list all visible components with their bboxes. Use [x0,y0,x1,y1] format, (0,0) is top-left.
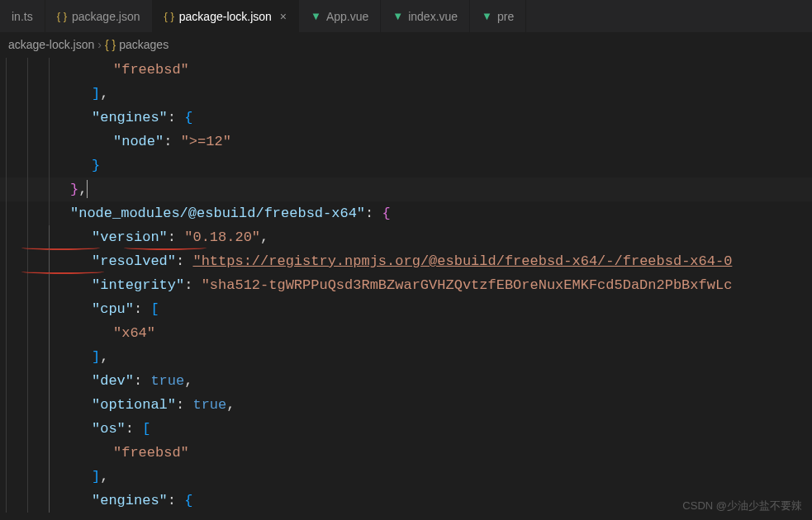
code-token: ] [92,86,100,102]
tab-pre[interactable]: ▼ pre [470,0,526,32]
close-icon[interactable]: × [280,10,287,23]
code-token: : [176,397,184,413]
tab-label: pre [497,10,514,23]
code-token: true [150,373,184,389]
tab-app-vue[interactable]: ▼ App.vue [299,0,381,32]
code-token: "optional" [92,397,176,413]
code-token: "freebsd" [113,62,189,78]
code-token: { [184,110,192,125]
code-token: , [78,182,87,197]
code-token: : [168,110,176,125]
json-icon: { } [164,10,174,22]
code-token: [ [142,421,150,437]
tab-label: App.vue [326,10,368,23]
code-token: : [164,134,172,149]
text-cursor [87,180,88,198]
code-token: true [192,397,226,413]
code-token: : [126,421,134,437]
vue-icon: ▼ [311,10,321,22]
code-token: "sha512-tgWRPPuQsd3RmBZwarGVHZQvtzfEBOre… [202,277,733,293]
vue-icon: ▼ [482,10,492,22]
tab-bar: in.ts { } package.json { } package-lock.… [0,0,812,33]
chevron-right-icon: › [97,38,102,51]
code-token: "os" [92,421,126,437]
code-token: { [184,493,192,508]
vue-icon: ▼ [392,10,403,22]
code-token: : [168,229,176,245]
code-token: [ [150,301,159,317]
tab-package-json[interactable]: { } package.json [45,0,153,32]
code-token: , [184,373,192,389]
code-token: : [134,373,142,389]
code-token: "cpu" [92,301,134,317]
code-token: "node_modules/@esbuild/freebsd-x64" [70,206,365,221]
code-editor[interactable]: "freebsd" ], "engines": { "node": ">=12"… [0,56,812,513]
code-token: "0.18.20" [184,229,260,245]
code-token: , [100,349,108,365]
code-token: : [365,206,373,221]
code-token: : [176,253,184,269]
code-token: : [134,301,142,317]
code-token: "dev" [92,373,134,389]
code-token: "freebsd" [113,445,189,461]
code-token: : [168,493,176,508]
code-token: ] [92,349,100,365]
json-icon: { } [57,10,67,22]
tab-label: package.json [72,10,140,23]
code-token: , [100,469,108,485]
code-token: "node" [113,134,164,149]
code-token: "integrity" [92,277,184,293]
code-token[interactable]: "https://registry.npmjs.org/@esbuild/fre… [192,253,732,269]
tab-label: package-lock.json [179,10,272,23]
code-token: ] [92,469,100,485]
tab-in-ts[interactable]: in.ts [0,0,45,32]
code-token: ">=12" [181,134,231,149]
code-token: "x64" [113,325,155,341]
code-token: , [100,86,108,102]
tab-package-lock-json[interactable]: { } package-lock.json × [153,0,300,32]
code-token: { [382,206,390,221]
tab-index-vue[interactable]: ▼ index.vue [381,0,470,32]
symbol-icon: { } [105,38,116,51]
code-token: , [260,229,268,245]
code-token: , [226,397,235,413]
breadcrumb: ackage-lock.json › { } packages [0,33,812,56]
breadcrumb-symbol[interactable]: packages [119,38,169,51]
code-token: : [184,277,192,293]
tab-label: index.vue [408,10,458,23]
breadcrumb-file[interactable]: ackage-lock.json [8,38,94,51]
code-token: "engines" [92,493,168,508]
code-token: } [70,182,78,197]
code-token: } [92,158,100,173]
code-token: "resolved" [92,253,176,269]
code-token: "version" [92,229,168,245]
code-token: "engines" [92,110,168,125]
tab-label: in.ts [12,10,33,23]
